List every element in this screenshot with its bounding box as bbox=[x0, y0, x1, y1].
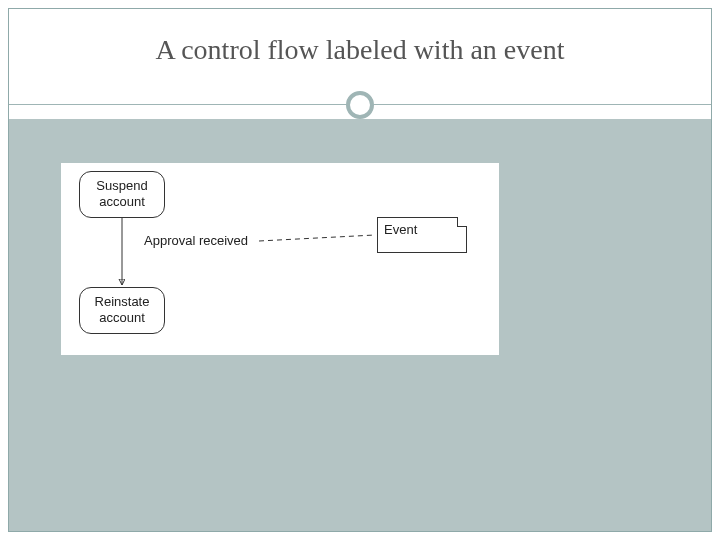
activity-label: Suspend account bbox=[96, 178, 147, 209]
divider-circle-icon bbox=[346, 91, 374, 119]
note-text: Event bbox=[384, 222, 417, 237]
slide-frame: A control flow labeled with an event Sus… bbox=[8, 8, 712, 532]
title-area: A control flow labeled with an event bbox=[9, 9, 711, 91]
note-connector bbox=[259, 235, 375, 241]
activity-label: Reinstate account bbox=[95, 294, 150, 325]
activity-reinstate-account: Reinstate account bbox=[79, 287, 165, 334]
slide-title: A control flow labeled with an event bbox=[156, 34, 565, 66]
flow-label: Approval received bbox=[141, 233, 251, 248]
body-area: Suspend account Reinstate account Approv… bbox=[9, 119, 711, 531]
note-fold-icon bbox=[457, 217, 467, 227]
activity-suspend-account: Suspend account bbox=[79, 171, 165, 218]
note-event: Event bbox=[377, 217, 467, 253]
divider bbox=[9, 91, 711, 119]
diagram-panel: Suspend account Reinstate account Approv… bbox=[61, 163, 499, 355]
